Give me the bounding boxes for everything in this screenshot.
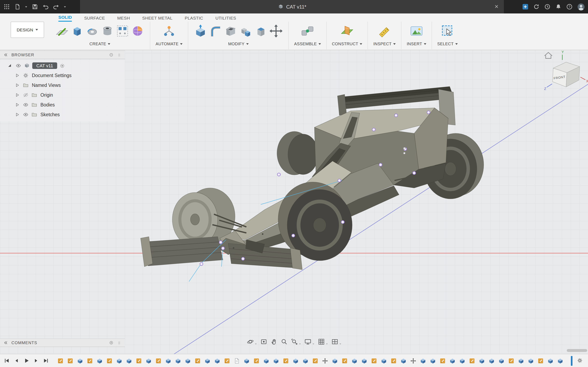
close-x-icon[interactable] xyxy=(493,3,500,10)
plus-circle-icon[interactable] xyxy=(109,340,114,345)
ribbon-tab-utilities[interactable]: UTILITIES xyxy=(215,16,236,22)
timeline-feature-extrude-16[interactable] xyxy=(214,358,221,364)
bell-icon[interactable] xyxy=(555,3,562,10)
app-grid-icon[interactable] xyxy=(3,3,10,10)
browser-item-named-views[interactable]: Named Views xyxy=(0,80,125,90)
ribbon-tab-mesh[interactable]: MESH xyxy=(117,16,130,22)
caret-icon[interactable] xyxy=(25,5,28,8)
browser-item-cat-v11[interactable]: CAT v11 xyxy=(0,61,125,71)
browser-item-label[interactable]: Named Views xyxy=(31,83,62,88)
group-dropdown-create[interactable]: CREATE xyxy=(89,42,110,46)
radio-icon[interactable] xyxy=(59,63,65,69)
timeline-settings-gear-icon[interactable] xyxy=(577,357,583,364)
shell-icon[interactable] xyxy=(224,24,238,38)
comments-bar[interactable]: COMMENTS xyxy=(0,338,125,347)
tri-exp-icon[interactable] xyxy=(7,62,13,69)
nav-fit-button[interactable] xyxy=(291,338,301,345)
timeline-feature-sketch-3[interactable] xyxy=(86,358,93,364)
construct-plane-icon[interactable] xyxy=(340,24,354,38)
timeline-feature-sketch-49[interactable] xyxy=(537,358,544,364)
configure-icon[interactable] xyxy=(162,24,176,38)
eye-icon[interactable] xyxy=(15,62,22,69)
timeline-feature-extrude-48[interactable] xyxy=(527,358,534,364)
nav-display-button[interactable] xyxy=(304,338,315,345)
timeline-position-marker[interactable] xyxy=(571,356,572,366)
document-tab[interactable]: CAT v11* xyxy=(80,0,504,13)
timeline-feature-extrude-25[interactable] xyxy=(302,358,309,364)
group-dropdown-inspect[interactable]: INSPECT xyxy=(373,42,396,46)
timeline-feature-sketch-46[interactable] xyxy=(508,358,515,364)
group-dropdown-insert[interactable]: INSERT xyxy=(407,42,426,46)
chev2l-icon[interactable] xyxy=(3,340,9,345)
avatar-icon[interactable] xyxy=(577,3,585,11)
timeline-feature-sketch-39[interactable] xyxy=(439,358,446,364)
timeline-feature-extrude-12[interactable] xyxy=(175,358,181,364)
grip-icon[interactable] xyxy=(117,52,122,57)
group-dropdown-construct[interactable]: CONSTRUCT xyxy=(332,42,362,46)
ribbon-tab-solid[interactable]: SOLID xyxy=(58,15,72,22)
tri-icon[interactable] xyxy=(14,82,20,89)
timeline-feature-extrude-19[interactable] xyxy=(243,358,250,364)
timeline-feature-sketch-10[interactable] xyxy=(155,358,162,364)
joint-icon[interactable] xyxy=(301,24,314,38)
clock-icon[interactable] xyxy=(544,3,551,10)
timeline-feature-extrude-50[interactable] xyxy=(547,358,554,364)
workspace-selector[interactable]: DESIGN xyxy=(11,22,44,38)
timeline-feature-extrude-40[interactable] xyxy=(449,358,456,364)
combine-icon[interactable] xyxy=(239,24,253,38)
hole-icon[interactable] xyxy=(100,24,114,38)
ribbon-tab-plastic[interactable]: PLASTIC xyxy=(185,16,203,22)
tri-icon[interactable] xyxy=(14,101,20,108)
browser-item-label[interactable]: Sketches xyxy=(40,112,61,117)
browser-item-document-settings[interactable]: Document Settings xyxy=(0,71,125,80)
timeline-feature-move-27[interactable] xyxy=(322,358,328,364)
group-dropdown-modify[interactable]: MODIFY xyxy=(228,42,249,46)
timeline-feature-extrude-37[interactable] xyxy=(420,358,426,364)
group-dropdown-assemble[interactable]: ASSEMBLE xyxy=(294,42,321,46)
chev2l-icon[interactable] xyxy=(3,52,9,58)
form-icon[interactable] xyxy=(131,24,145,38)
gear-dark-icon[interactable] xyxy=(577,357,583,364)
skip-end-icon[interactable] xyxy=(43,357,49,364)
timeline-feature-extrude-43[interactable] xyxy=(479,358,485,364)
tri-icon[interactable] xyxy=(14,72,20,79)
help-icon[interactable]: ? xyxy=(566,3,573,10)
nav-viewports-button[interactable] xyxy=(331,338,342,345)
group-dropdown-automate[interactable]: AUTOMATE xyxy=(156,42,182,46)
browser-item-label[interactable]: Document Settings xyxy=(31,73,72,78)
timeline-feature-sketch-23[interactable] xyxy=(283,358,289,364)
tri-icon[interactable] xyxy=(14,92,20,98)
redo-icon[interactable] xyxy=(53,3,60,10)
timeline-feature-extrude-7[interactable] xyxy=(126,358,132,364)
step-forward-icon[interactable] xyxy=(33,357,40,364)
group-dropdown-select[interactable]: SELECT xyxy=(437,42,458,46)
nav-orbit-button[interactable] xyxy=(247,338,257,345)
timeline-feature-extrude-21[interactable] xyxy=(263,358,269,364)
timeline-feature-doc-18[interactable] xyxy=(233,358,240,364)
timeline-feature-extrude-45[interactable] xyxy=(498,358,505,364)
timeline-feature-extrude-38[interactable] xyxy=(430,358,436,364)
timeline-feature-sketch-42[interactable] xyxy=(469,358,475,364)
pattern-icon[interactable] xyxy=(116,24,130,38)
timeline-feature-sketch-29[interactable] xyxy=(341,358,348,364)
timeline-feature-sketch-26[interactable] xyxy=(312,358,319,364)
nav-look-at-button[interactable] xyxy=(260,338,268,345)
timeline-scrollbar-thumb[interactable] xyxy=(567,349,587,352)
timeline-feature-extrude-44[interactable] xyxy=(488,358,495,364)
timeline-feature-sketch-32[interactable] xyxy=(371,358,377,364)
browser-item-sketches[interactable]: Sketches xyxy=(0,110,125,119)
timeline-feature-extrude-6[interactable] xyxy=(116,358,122,364)
timeline-feature-sketch-8[interactable] xyxy=(136,358,142,364)
timeline-feature-extrude-11[interactable] xyxy=(165,358,172,364)
timeline-feature-sketch-14[interactable] xyxy=(194,358,201,364)
minus-circle-icon[interactable] xyxy=(109,52,114,58)
browser-item-bodies[interactable]: Bodies xyxy=(0,100,125,110)
timeline-feature-extrude-28[interactable] xyxy=(332,358,338,364)
insert-image-icon[interactable] xyxy=(410,24,424,38)
extrude-icon[interactable] xyxy=(70,24,84,38)
play-icon[interactable] xyxy=(23,357,30,364)
timeline-feature-extrude-31[interactable] xyxy=(361,358,367,364)
file-icon[interactable] xyxy=(14,3,21,10)
ribbon-tab-surface[interactable]: SURFACE xyxy=(84,16,105,22)
timeline-feature-extrude-4[interactable] xyxy=(96,358,103,364)
